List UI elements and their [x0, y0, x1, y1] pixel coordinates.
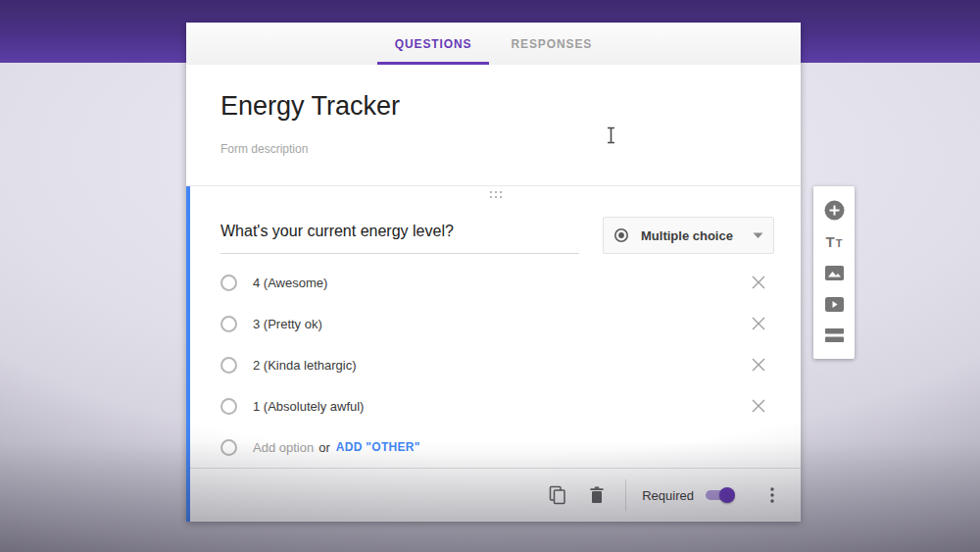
- form-header: Energy Tracker Form description: [186, 65, 801, 186]
- question-card[interactable]: What's your current energy level? Multip…: [186, 186, 801, 522]
- required-label[interactable]: Required: [642, 488, 694, 503]
- close-icon: [752, 358, 765, 372]
- tab-bar: QUESTIONS RESPONSES: [186, 23, 801, 65]
- remove-option-button[interactable]: [749, 355, 768, 375]
- image-icon: [825, 266, 844, 280]
- add-image-button[interactable]: [822, 261, 846, 284]
- required-toggle[interactable]: [706, 489, 732, 501]
- option-label[interactable]: 3 (Pretty ok): [253, 317, 749, 331]
- drag-handle[interactable]: [190, 186, 801, 206]
- add-option-button[interactable]: Add option: [253, 440, 314, 455]
- option-row: 2 (Kinda lethargic): [220, 344, 768, 385]
- add-other-button[interactable]: ADD "OTHER": [336, 440, 420, 454]
- option-radio-icon: [220, 439, 237, 456]
- plus-circle-icon: [824, 200, 845, 221]
- option-row: 4 (Awesome): [220, 262, 768, 303]
- option-radio-icon: [220, 316, 237, 332]
- close-icon: [752, 399, 765, 413]
- option-radio-icon: [220, 357, 237, 374]
- side-toolbar: TT: [813, 186, 855, 359]
- remove-option-button[interactable]: [749, 273, 768, 292]
- text-icon: TT: [826, 234, 843, 249]
- tab-responses-label: RESPONSES: [511, 37, 592, 51]
- more-options-button[interactable]: [760, 482, 785, 508]
- more-vert-icon: [770, 487, 774, 503]
- section-icon: [825, 328, 844, 342]
- delete-button[interactable]: [584, 482, 610, 508]
- option-label[interactable]: 4 (Awesome): [253, 276, 749, 290]
- question-footer: Required: [190, 468, 801, 522]
- add-option-row: Add option or ADD "OTHER": [220, 427, 768, 468]
- option-row: 3 (Pretty ok): [220, 303, 768, 344]
- chevron-down-icon: [753, 232, 763, 239]
- toggle-knob: [719, 487, 735, 503]
- page-background: QUESTIONS RESPONSES Energy Tracker Form …: [0, 0, 980, 552]
- trash-icon: [589, 486, 605, 504]
- question-type-value: Multiple choice: [641, 228, 753, 243]
- form-card: QUESTIONS RESPONSES Energy Tracker Form …: [186, 23, 801, 522]
- remove-option-button[interactable]: [749, 314, 768, 333]
- option-label[interactable]: 2 (Kinda lethargic): [253, 358, 749, 373]
- video-icon: [825, 297, 844, 312]
- add-option-conjunction: or: [318, 440, 330, 455]
- options-list: 4 (Awesome) 3 (Pretty ok): [190, 254, 801, 468]
- question-type-dropdown[interactable]: Multiple choice: [603, 217, 774, 254]
- question-row: What's your current energy level? Multip…: [190, 206, 801, 254]
- add-title-button[interactable]: TT: [822, 229, 846, 253]
- duplicate-button[interactable]: [545, 482, 570, 508]
- drag-handle-dots-icon: [490, 191, 502, 206]
- add-video-button[interactable]: [822, 292, 846, 316]
- multiple-choice-radio-icon: [613, 227, 629, 243]
- copy-icon: [549, 485, 566, 505]
- tab-questions-label: QUESTIONS: [395, 37, 472, 51]
- tab-responses[interactable]: RESPONSES: [491, 23, 612, 65]
- add-section-button[interactable]: [822, 324, 846, 347]
- option-radio-icon: [220, 275, 237, 291]
- close-icon: [752, 317, 765, 330]
- form-title-input[interactable]: Energy Tracker: [220, 90, 766, 122]
- option-row: 1 (Absolutely awful): [220, 385, 768, 427]
- add-question-button[interactable]: [822, 198, 846, 222]
- option-label[interactable]: 1 (Absolutely awful): [253, 399, 749, 414]
- question-text-input[interactable]: What's your current energy level?: [220, 214, 579, 254]
- option-radio-icon: [220, 398, 237, 415]
- close-icon: [752, 276, 765, 289]
- remove-option-button[interactable]: [749, 396, 768, 416]
- tab-questions[interactable]: QUESTIONS: [375, 23, 492, 65]
- footer-divider: [625, 479, 626, 511]
- form-description-input[interactable]: Form description: [220, 142, 766, 156]
